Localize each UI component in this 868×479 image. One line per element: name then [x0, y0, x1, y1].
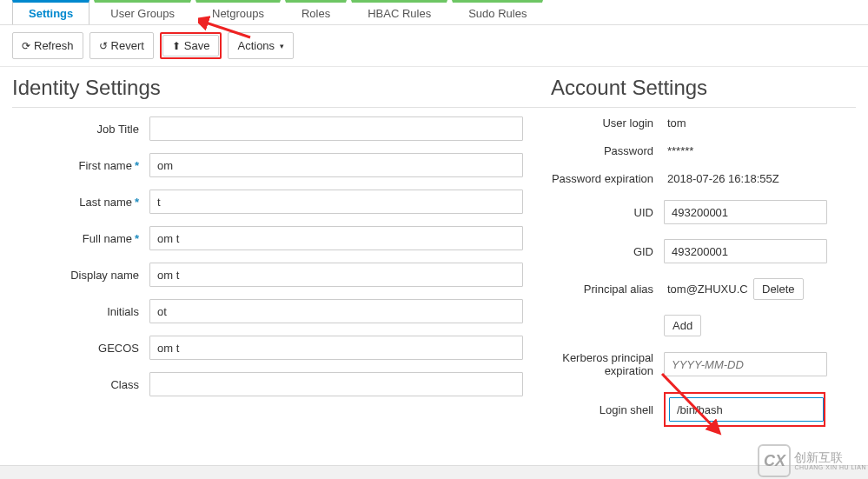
add-alias-button[interactable]: Add — [664, 315, 701, 336]
chevron-down-icon: ▾ — [280, 42, 284, 50]
refresh-icon: ⟳ — [22, 41, 30, 51]
input-login-shell[interactable] — [669, 397, 824, 422]
label-display-name: Display name — [12, 269, 149, 282]
status-bar — [0, 465, 868, 479]
label-first-name: First name* — [12, 159, 149, 172]
input-kerberos-exp[interactable] — [664, 352, 827, 376]
label-job-title: Job Title — [12, 123, 149, 136]
revert-button[interactable]: ↺ Revert — [89, 32, 154, 59]
input-job-title[interactable] — [149, 116, 523, 141]
delete-alias-button[interactable]: Delete — [753, 278, 804, 300]
value-user-login: tom — [664, 116, 686, 130]
label-uid: UID — [551, 206, 664, 219]
input-uid[interactable] — [664, 200, 827, 224]
label-user-login: User login — [551, 116, 664, 130]
input-gid[interactable] — [664, 239, 827, 263]
tab-hbac-rules[interactable]: HBAC Rules — [351, 0, 447, 24]
upload-icon: ⬆ — [172, 41, 181, 51]
input-first-name[interactable] — [149, 153, 523, 177]
label-password-expiration: Password expiration — [551, 172, 664, 185]
actions-label: Actions — [237, 39, 275, 52]
input-full-name[interactable] — [149, 226, 523, 250]
tab-settings[interactable]: Settings — [12, 0, 89, 24]
label-login-shell: Login shell — [551, 403, 664, 416]
label-class: Class — [12, 378, 149, 391]
tab-roles[interactable]: Roles — [285, 0, 347, 24]
input-display-name[interactable] — [149, 263, 523, 287]
value-principal-alias: tom@ZHUXU.CO — [664, 283, 748, 296]
save-highlight-box: ⬆ Save — [160, 32, 222, 59]
refresh-button[interactable]: ⟳ Refresh — [12, 32, 83, 59]
label-gid: GID — [551, 245, 664, 258]
input-last-name[interactable] — [149, 190, 523, 214]
tab-sudo-rules[interactable]: Sudo Rules — [452, 0, 543, 24]
identity-title: Identity Settings — [12, 76, 551, 108]
label-initials: Initials — [12, 305, 149, 318]
refresh-label: Refresh — [34, 39, 74, 52]
account-section: Account Settings User login tom Password… — [551, 76, 856, 442]
input-class[interactable] — [149, 372, 523, 396]
watermark-brand: 创新互联 — [794, 451, 866, 464]
tab-user-groups[interactable]: User Groups — [94, 0, 191, 24]
revert-label: Revert — [111, 39, 144, 52]
login-shell-highlight-box — [664, 392, 825, 427]
account-title: Account Settings — [551, 76, 856, 108]
input-initials[interactable] — [149, 299, 523, 323]
save-label: Save — [184, 39, 210, 52]
actions-dropdown[interactable]: Actions ▾ — [228, 32, 294, 59]
label-kerberos-exp: Kerberos principal expiration — [551, 351, 664, 377]
save-button[interactable]: ⬆ Save — [162, 35, 220, 57]
label-last-name: Last name* — [12, 196, 149, 209]
value-password-expiration: 2018-07-26 16:18:55Z — [664, 172, 779, 185]
revert-icon: ↺ — [99, 41, 108, 51]
label-gecos: GECOS — [12, 342, 149, 355]
toolbar: ⟳ Refresh ↺ Revert ⬆ Save Actions ▾ — [0, 25, 868, 67]
identity-section: Identity Settings Job Title First name* … — [12, 76, 551, 442]
tab-bar: Settings User Groups Netgroups Roles HBA… — [0, 0, 868, 25]
label-password: Password — [551, 144, 664, 157]
tab-netgroups[interactable]: Netgroups — [195, 0, 281, 24]
label-principal-alias: Principal alias — [551, 283, 664, 296]
input-gecos[interactable] — [149, 336, 523, 360]
label-full-name: Full name* — [12, 232, 149, 245]
value-password: ****** — [664, 144, 693, 157]
